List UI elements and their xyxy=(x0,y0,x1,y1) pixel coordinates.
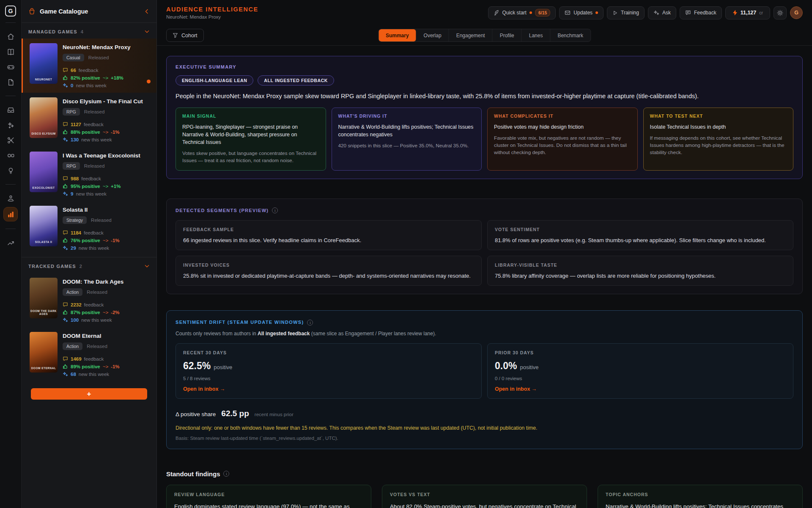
info-icon[interactable]: i xyxy=(223,471,229,477)
notification-dot xyxy=(529,11,532,14)
tab-summary[interactable]: Summary xyxy=(379,29,417,41)
sidebar: Game Catalogue MANAGED GAMES 4 NEURONET … xyxy=(22,0,157,508)
tab-benchmark[interactable]: Benchmark xyxy=(550,29,590,41)
comment-icon xyxy=(63,356,68,362)
divider xyxy=(5,22,16,23)
release-status: Released xyxy=(84,163,105,168)
feedback-sample-card: FEEDBACK SAMPLE 66 ingested reviews in t… xyxy=(176,220,482,250)
icon-rail: G xyxy=(0,0,22,508)
tab-profile[interactable]: Profile xyxy=(493,29,522,41)
collapse-sidebar-icon[interactable] xyxy=(144,8,150,14)
info-icon[interactable]: i xyxy=(272,207,278,213)
game-item-exocolonist[interactable]: EXOCOLONIST I Was a Teenage Exocolonist … xyxy=(22,147,156,201)
positive-stat: 88% positive~>-1% xyxy=(63,129,143,135)
tab-lanes[interactable]: Lanes xyxy=(522,29,551,41)
feedback-button[interactable]: Feedback xyxy=(680,6,722,19)
positive-stat: 87% positive~>-2% xyxy=(63,309,123,315)
game-item-doom-eternal[interactable]: DOOM ETERNAL DOOM Eternal Action Release… xyxy=(22,327,156,381)
section-label: EXECUTIVE SUMMARY xyxy=(176,64,793,69)
game-cover: SOLASTA II xyxy=(30,206,58,246)
standout-findings-grid: REVIEW LANGUAGE English dominates stated… xyxy=(166,485,803,508)
positive-stat: 89% positive~>-1% xyxy=(63,364,120,369)
content: EXECUTIVE SUMMARY ENGLISH-LANGUAGE LEAN … xyxy=(157,46,812,508)
new-this-week-stat: 130new this week xyxy=(63,137,143,142)
rocket-icon xyxy=(494,10,499,16)
sparkles-icon[interactable] xyxy=(3,119,18,131)
ask-button[interactable]: Ask xyxy=(648,6,676,19)
ask-sparkle-icon xyxy=(653,10,659,16)
add-game-button[interactable]: + xyxy=(31,388,147,400)
vote-sentiment-card: VOTE SENTIMENT 81.8% of rows are positiv… xyxy=(487,220,793,250)
genre-tag: RPG xyxy=(63,108,80,116)
game-title: Solasta II xyxy=(63,207,120,213)
app-logo[interactable]: G xyxy=(5,6,16,17)
game-item-disco-elysium[interactable]: DISCO ELYSIUM Disco Elysium - The Final … xyxy=(22,93,156,147)
feedback-stat: 1469feedback xyxy=(63,356,120,362)
comment-icon xyxy=(63,230,68,235)
section-header-tracked-games[interactable]: TRACKED GAMES 2 xyxy=(22,257,156,273)
collections-icon[interactable] xyxy=(3,149,18,162)
delta-value: 62.5 pp xyxy=(221,409,249,418)
lightbulb-icon[interactable] xyxy=(3,164,18,177)
game-title: Disco Elysium - The Final Cut xyxy=(63,98,143,105)
section-header-managed-games[interactable]: MANAGED GAMES 4 xyxy=(22,23,156,39)
library-icon[interactable] xyxy=(3,45,18,58)
genre-tag: Strategy xyxy=(63,216,87,224)
standout-title: Standout findings xyxy=(166,470,220,478)
credits-button[interactable]: 11,127 cr xyxy=(725,6,770,19)
quick-start-button[interactable]: Quick start 6/15 xyxy=(488,6,556,19)
open-in-inbox-link[interactable]: Open in inbox → xyxy=(183,386,474,392)
section-label: DETECTED SEGMENTS (PREVIEW) xyxy=(176,208,269,213)
game-item-neuronet[interactable]: NEURONET NeuroNet: Mendax Proxy Casual R… xyxy=(22,39,156,93)
what-to-test-next-card: WHAT TO TEST NEXT Isolate Technical Issu… xyxy=(643,108,794,171)
main-area: AUDIENCE INTELLIGENCE NeuroNet: Mendax P… xyxy=(157,0,812,508)
new-sparkle-icon xyxy=(63,317,68,323)
user-avatar[interactable]: G xyxy=(790,6,803,19)
new-sparkle-icon xyxy=(63,245,68,251)
tab-engagement[interactable]: Engagement xyxy=(449,29,493,41)
tracked-games-list: DOOM THE DARK AGES DOOM: The Dark Ages A… xyxy=(22,273,156,381)
clips-icon[interactable] xyxy=(3,134,18,146)
feedback-stat: 66feedback xyxy=(63,67,131,73)
document-icon[interactable] xyxy=(3,76,18,88)
play-icon xyxy=(612,10,618,16)
toolbar: Cohort Summary Overlap Engagement Profil… xyxy=(157,25,812,46)
genre-tag: Casual xyxy=(63,54,84,61)
game-item-doom-dark-ages[interactable]: DOOM THE DARK AGES DOOM: The Dark Ages A… xyxy=(22,273,156,327)
new-this-week-stat: 68new this week xyxy=(63,371,120,377)
game-cover: EXOCOLONIST xyxy=(30,152,58,192)
cohort-filter-button[interactable]: Cohort xyxy=(166,29,204,42)
topic-anchors-card: TOPIC ANCHORS Narrative & World-Building… xyxy=(598,485,803,508)
comment-icon xyxy=(63,67,68,73)
inbox-icon[interactable] xyxy=(3,103,18,116)
home-icon[interactable] xyxy=(3,30,18,43)
thumbs-up-icon xyxy=(63,309,68,315)
comment-icon xyxy=(63,121,68,127)
thumbs-up-icon xyxy=(63,183,68,189)
analytics-icon[interactable] xyxy=(3,207,18,221)
open-in-inbox-link[interactable]: Open in inbox → xyxy=(495,386,786,392)
feedback-stat: 1184feedback xyxy=(63,230,120,235)
prior-review-count: 0 / 0 reviews xyxy=(495,376,786,381)
lightning-icon xyxy=(732,10,738,16)
updates-button[interactable]: Updates xyxy=(559,6,604,19)
release-status: Released xyxy=(88,55,109,60)
whats-driving-it-card: WHAT'S DRIVING IT Narrative & World-Buil… xyxy=(332,108,482,171)
page-subtitle: NeuroNet: Mendax Proxy xyxy=(166,14,258,19)
tab-overlap[interactable]: Overlap xyxy=(417,29,449,41)
release-status: Released xyxy=(87,344,107,349)
training-button[interactable]: Training xyxy=(607,6,645,19)
recent-positive-pct: 62.5% xyxy=(183,360,211,372)
community-icon[interactable] xyxy=(3,192,18,204)
genre-tag: Action xyxy=(63,342,82,350)
growth-icon[interactable] xyxy=(3,236,18,249)
basis-note: Basis: Steam review last-updated time (`… xyxy=(176,436,793,441)
thumbs-up-icon xyxy=(63,75,68,80)
catalogue-icon xyxy=(28,8,36,15)
managed-games-list: NEURONET NeuroNet: Mendax Proxy Casual R… xyxy=(22,39,156,255)
game-item-solasta[interactable]: SOLASTA II Solasta II Strategy Released … xyxy=(22,201,156,255)
theme-toggle-button[interactable] xyxy=(774,6,787,19)
info-icon[interactable]: i xyxy=(307,320,313,326)
sentiment-drift-subtitle: Counts only reviews from authors in All … xyxy=(176,331,793,337)
gamepad-icon[interactable] xyxy=(3,61,18,73)
